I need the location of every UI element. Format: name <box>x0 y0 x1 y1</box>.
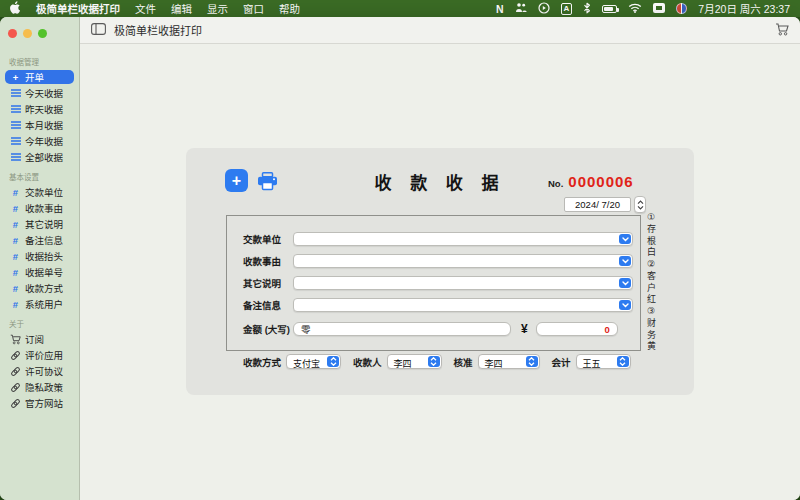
pay-method-label: 收款方式 <box>243 355 281 369</box>
chevron-down-icon[interactable] <box>619 300 631 310</box>
sidebar-item-number-setting[interactable]: # 收据单号 <box>5 265 74 279</box>
stepper-icon[interactable] <box>428 356 440 367</box>
menubar-clock[interactable]: 7月20日 周六 23:37 <box>698 1 790 16</box>
menu-edit[interactable]: 编辑 <box>171 1 192 16</box>
stepper-icon[interactable] <box>617 356 629 367</box>
hash-icon: # <box>10 235 21 246</box>
form-row-other: 其它说明 <box>243 276 633 290</box>
bluetooth-icon[interactable] <box>583 2 591 16</box>
payee-label: 收款人 <box>353 355 382 369</box>
receipt-number: No. 0000006 <box>548 173 634 190</box>
sidebar-item-yesterday-receipts[interactable]: 昨天收据 <box>5 102 74 116</box>
sidebar: 收据管理 + 开单 今天收据 昨天收据 本月收据 今年收据 全部收据 基本设置 … <box>0 17 80 500</box>
payee-group: 收款人 李四 <box>353 354 442 369</box>
input-source-icon[interactable]: A <box>561 3 573 15</box>
sidebar-item-privacy[interactable]: 隐私政策 <box>5 380 74 394</box>
sidebar-item-other-setting[interactable]: # 其它说明 <box>5 217 74 231</box>
sidebar-item-paymethod-setting[interactable]: # 收款方式 <box>5 281 74 295</box>
chevron-down-icon[interactable] <box>619 278 631 288</box>
chevron-down-icon[interactable] <box>619 256 631 266</box>
hash-icon: # <box>10 283 21 294</box>
approver-select[interactable]: 李四 <box>478 354 540 369</box>
apple-menu-icon[interactable] <box>10 1 21 16</box>
sidebar-item-all-receipts[interactable]: 全部收据 <box>5 150 74 164</box>
stepper-icon[interactable] <box>526 356 538 367</box>
plus-icon: + <box>10 72 21 83</box>
window-titlebar: 极简单栏收据打印 <box>80 17 800 44</box>
stepper-icon[interactable] <box>327 356 339 367</box>
sidebar-item-subscribe[interactable]: 订阅 <box>5 332 74 346</box>
menu-view[interactable]: 显示 <box>207 1 228 16</box>
accountant-group: 会计 王五 <box>552 354 631 369</box>
payee-select[interactable]: 李四 <box>387 354 442 369</box>
hash-icon: # <box>10 267 21 278</box>
battery-icon[interactable] <box>602 5 617 13</box>
window-title: 极简单栏收据打印 <box>114 22 202 38</box>
app-status-icon[interactable] <box>653 3 665 15</box>
menu-file[interactable]: 文件 <box>135 1 156 16</box>
sidebar-item-today-receipts[interactable]: 今天收据 <box>5 86 74 100</box>
main-area: 极简单栏收据打印 + 收 款 收 据 No. <box>80 17 800 500</box>
other-combobox[interactable] <box>293 276 633 290</box>
sidebar-item-rate-app[interactable]: 评价应用 <box>5 348 74 362</box>
reason-label: 收款事由 <box>243 254 293 268</box>
pay-method-select[interactable]: 支付宝 <box>286 354 341 369</box>
chevron-down-icon[interactable] <box>619 234 631 244</box>
receipt-card: + 收 款 收 据 No. 0000006 2024/ 7/20 <box>186 148 694 395</box>
copy-color-note: ①存根白②客户红③财务黄 <box>645 212 657 353</box>
app-window: 收据管理 + 开单 今天收据 昨天收据 本月收据 今年收据 全部收据 基本设置 … <box>0 17 800 500</box>
form-row-reason: 收款事由 <box>243 254 633 268</box>
list-icon <box>10 137 21 145</box>
list-icon <box>10 105 21 113</box>
minimize-window-button[interactable] <box>23 29 32 38</box>
link-icon <box>10 398 21 409</box>
date-field[interactable]: 2024/ 7/20 <box>564 197 631 212</box>
sidebar-item-header-setting[interactable]: # 收据抬头 <box>5 249 74 263</box>
hash-icon: # <box>10 251 21 262</box>
amount-value-field[interactable]: 0 <box>536 322 618 336</box>
people-status-icon[interactable] <box>515 2 527 15</box>
notion-status-icon[interactable]: N <box>496 3 504 15</box>
sidebar-item-year-receipts[interactable]: 今年收据 <box>5 134 74 148</box>
menu-window[interactable]: 窗口 <box>243 1 264 16</box>
zoom-window-button[interactable] <box>38 29 47 38</box>
link-icon <box>10 382 21 393</box>
sidebar-item-payer-setting[interactable]: # 交款单位 <box>5 185 74 199</box>
amount-words-field[interactable]: 零 <box>293 322 511 336</box>
menubar-app-name[interactable]: 极简单栏收据打印 <box>36 1 120 16</box>
sidebar-item-reason-setting[interactable]: # 收款事由 <box>5 201 74 215</box>
hash-icon: # <box>10 219 21 230</box>
content-area: + 收 款 收 据 No. 0000006 2024/ 7/20 <box>80 44 800 500</box>
sidebar-item-remark-setting[interactable]: # 备注信息 <box>5 233 74 247</box>
sidebar-item-website[interactable]: 官方网站 <box>5 396 74 410</box>
close-window-button[interactable] <box>8 29 17 38</box>
sidebar-item-license[interactable]: 许可协议 <box>5 364 74 378</box>
sidebar-item-users-setting[interactable]: # 系统用户 <box>5 297 74 311</box>
wifi-icon[interactable] <box>628 3 642 15</box>
cart-icon <box>10 334 21 345</box>
payer-combobox[interactable] <box>293 232 633 246</box>
sidebar-section-about: 关于 <box>9 318 70 329</box>
accountant-select[interactable]: 王五 <box>576 354 631 369</box>
record-status-icon[interactable] <box>538 2 550 16</box>
sidebar-toggle-icon[interactable] <box>91 23 106 37</box>
input-method-icon[interactable] <box>676 3 687 14</box>
sidebar-item-month-receipts[interactable]: 本月收据 <box>5 118 74 132</box>
no-value: 0000006 <box>568 173 633 190</box>
remark-combobox[interactable] <box>293 298 633 312</box>
list-icon <box>10 153 21 161</box>
payer-label: 交款单位 <box>243 232 293 246</box>
cart-icon[interactable] <box>775 23 789 38</box>
receipt-form-box: 交款单位 收款事由 其它说明 <box>226 215 641 351</box>
traffic-lights <box>5 27 74 49</box>
currency-symbol: ¥ <box>521 322 528 336</box>
form-row-remark: 备注信息 <box>243 298 633 312</box>
approver-group: 核准 李四 <box>454 354 540 369</box>
form-row-amount: 金额 (大写) 零 ¥ 0 <box>243 322 618 336</box>
menu-help[interactable]: 帮助 <box>279 1 300 16</box>
date-stepper[interactable] <box>634 196 646 213</box>
hash-icon: # <box>10 203 21 214</box>
sidebar-item-new-receipt[interactable]: + 开单 <box>5 70 74 84</box>
reason-combobox[interactable] <box>293 254 633 268</box>
pay-method-group: 收款方式 支付宝 <box>243 354 341 369</box>
